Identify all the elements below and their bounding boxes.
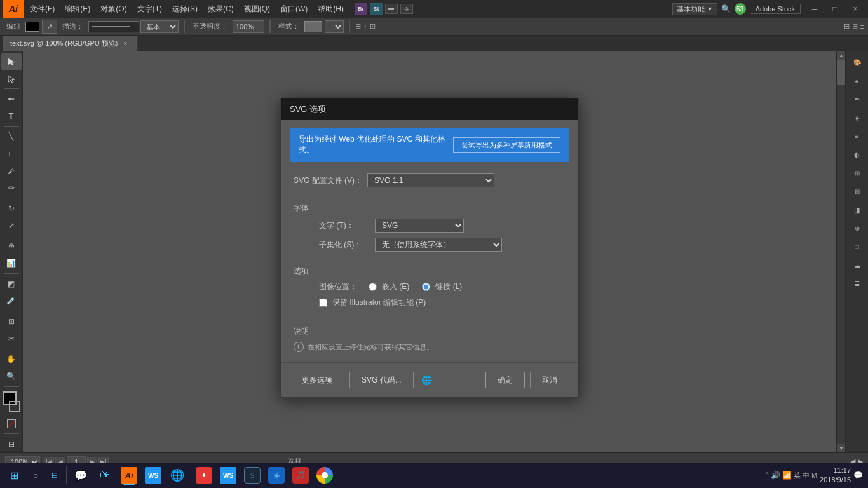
gradient-tool[interactable]: ◩ xyxy=(1,276,22,292)
stroke-indicator[interactable] xyxy=(9,401,20,412)
symbols-panel[interactable]: ◈ xyxy=(847,109,867,126)
menu-help[interactable]: 帮助(H) xyxy=(313,3,348,16)
color-box[interactable] xyxy=(1,391,22,412)
try-export-button[interactable]: 尝试导出为多种屏幕所用格式 xyxy=(453,137,560,153)
taskbar-app-ws[interactable]: WS xyxy=(142,464,165,487)
menu-file[interactable]: 文件(F) xyxy=(25,3,59,16)
scroll-track[interactable] xyxy=(837,60,845,444)
style-dropdown[interactable]: ▼ xyxy=(325,20,344,33)
workspace-selector[interactable]: 基本功能 ▼ xyxy=(672,3,717,15)
none-color[interactable] xyxy=(1,416,22,432)
notification-center[interactable]: 💬 xyxy=(853,471,863,480)
tray-arrow[interactable]: ^ xyxy=(765,471,769,480)
menu-effect[interactable]: 效果(C) xyxy=(203,3,238,16)
bridge-icon[interactable]: Br xyxy=(355,3,367,15)
taskbar-app-chat[interactable]: 💬 xyxy=(69,464,92,487)
style-swatch[interactable] xyxy=(304,21,322,32)
tray-lang[interactable]: 英 xyxy=(794,471,801,480)
swatches-panel[interactable]: ♠ xyxy=(847,72,867,90)
shape-tool[interactable]: □ xyxy=(1,146,22,162)
line-tool[interactable]: ╲ xyxy=(1,129,22,146)
maximize-button[interactable]: □ xyxy=(825,0,845,18)
panel-icon[interactable]: ⊞ xyxy=(852,22,858,30)
pencil-tool[interactable]: ✏ xyxy=(1,180,22,196)
menu-window[interactable]: 窗口(W) xyxy=(276,3,312,16)
transform-3-icon[interactable]: ⊡ xyxy=(370,22,376,30)
stroke-dropdown[interactable]: 基本 xyxy=(140,20,179,33)
link-radio[interactable] xyxy=(422,283,430,291)
graphic-styles-panel[interactable]: ≡ xyxy=(847,127,867,145)
change-screen-mode[interactable]: ⊟ xyxy=(1,436,22,452)
menu-view[interactable]: 视图(Q) xyxy=(240,3,275,16)
taskbar-app-steam[interactable]: S xyxy=(241,464,264,487)
ok-button[interactable]: 确定 xyxy=(485,372,525,388)
type-tool[interactable]: T xyxy=(1,108,22,125)
rotate-tool[interactable]: ↻ xyxy=(1,200,22,217)
menu-edit[interactable]: 编辑(E) xyxy=(60,3,95,16)
tray-ime[interactable]: 中 xyxy=(803,471,810,480)
taskbar-app-blue[interactable]: ◈ xyxy=(265,464,288,487)
artboards-panel[interactable]: □ xyxy=(847,238,867,255)
scroll-thumb[interactable] xyxy=(837,60,845,85)
start-button[interactable]: ⊞ xyxy=(3,464,25,487)
brushes-panel[interactable]: ✒ xyxy=(847,90,867,108)
warp-tool[interactable]: ⊛ xyxy=(1,238,22,255)
transform-panel[interactable]: ⊞ xyxy=(847,164,867,182)
more-options-button[interactable]: 更多选项 xyxy=(290,372,344,388)
notification-badge[interactable]: 53 xyxy=(735,3,746,15)
eyedropper-tool[interactable]: 💉 xyxy=(1,293,22,309)
globe-button[interactable]: 🌐 xyxy=(419,372,435,388)
system-clock[interactable]: 11:17 2018/9/15 xyxy=(820,466,851,485)
opacity-input[interactable] xyxy=(233,20,264,33)
scroll-down-arrow[interactable]: ▼ xyxy=(837,444,846,452)
svg-code-button[interactable]: SVG 代码... xyxy=(349,372,414,388)
taskbar-app-red2[interactable]: 🎵 xyxy=(289,464,312,487)
taskbar-app-chrome[interactable] xyxy=(313,464,336,487)
menu-select[interactable]: 选择(S) xyxy=(168,3,202,16)
cc-libraries-panel[interactable]: ☁ xyxy=(847,256,867,274)
paintbrush-tool[interactable]: 🖌 xyxy=(1,163,22,179)
taskbar-app-ws2[interactable]: WS xyxy=(217,464,240,487)
taskbar-app-illustrator[interactable]: Ai xyxy=(118,464,140,487)
scroll-up-arrow[interactable]: ▲ xyxy=(837,51,846,60)
tray-network[interactable]: 📶 xyxy=(782,471,792,480)
taskbar-app-store[interactable]: 🛍 xyxy=(93,464,116,487)
hand-tool[interactable]: ✋ xyxy=(1,351,22,367)
align-panel[interactable]: ⊟ xyxy=(847,182,867,200)
pen-tool[interactable]: ✒ xyxy=(1,91,22,107)
menu-icon[interactable]: ≡ xyxy=(860,23,864,30)
vertical-scrollbar[interactable]: ▲ ▼ xyxy=(836,51,845,452)
slice-tool[interactable]: ✂ xyxy=(1,330,22,347)
adobe-stock-button[interactable]: Adobe Stock xyxy=(750,4,801,14)
artboard-tool[interactable]: ⊞ xyxy=(1,313,22,330)
stroke-selector[interactable]: ↗ xyxy=(42,20,57,34)
pathfinder-panel[interactable]: ◨ xyxy=(847,201,867,219)
send-icon[interactable]: ✈ xyxy=(400,4,413,14)
direct-select-tool[interactable] xyxy=(1,71,22,87)
taskbar-app-red[interactable]: ✦ xyxy=(193,464,215,487)
font-select[interactable]: SVG xyxy=(375,219,464,233)
menu-type[interactable]: 文字(T) xyxy=(133,3,166,16)
preserve-checkbox[interactable] xyxy=(319,299,327,307)
subset-select[interactable]: 无（使用系统字体） xyxy=(375,238,502,252)
document-tab[interactable]: text.svg @ 100% (RGB/GPU 预览) × xyxy=(3,36,138,51)
align-icon[interactable]: ⊟ xyxy=(844,22,850,30)
graph-tool[interactable]: 📊 xyxy=(1,255,22,271)
transform-icon[interactable]: ⊞ xyxy=(355,22,361,30)
cancel-button[interactable]: 取消 xyxy=(530,372,569,388)
embed-radio[interactable] xyxy=(369,283,377,291)
stock-icon[interactable]: St xyxy=(370,3,383,15)
grid-view-icon[interactable] xyxy=(385,4,398,14)
color-guide-panel[interactable]: 🎨 xyxy=(847,53,867,71)
transform-2-icon[interactable]: ↕ xyxy=(363,23,367,30)
search-button[interactable]: ○ xyxy=(27,464,44,487)
zoom-tool[interactable]: 🔍 xyxy=(1,368,22,384)
layers-panel[interactable]: ⊕ xyxy=(847,219,867,237)
svg-profile-select[interactable]: SVG 1.1 xyxy=(367,173,494,187)
task-view-button[interactable]: ⊟ xyxy=(46,464,64,487)
fill-swatch[interactable] xyxy=(25,22,39,32)
minimize-button[interactable]: ─ xyxy=(804,0,825,18)
taskbar-app-globe[interactable]: 🌐 xyxy=(166,464,189,487)
appearance-panel[interactable]: ◐ xyxy=(847,146,867,163)
scale-tool[interactable]: ⤢ xyxy=(1,217,22,234)
